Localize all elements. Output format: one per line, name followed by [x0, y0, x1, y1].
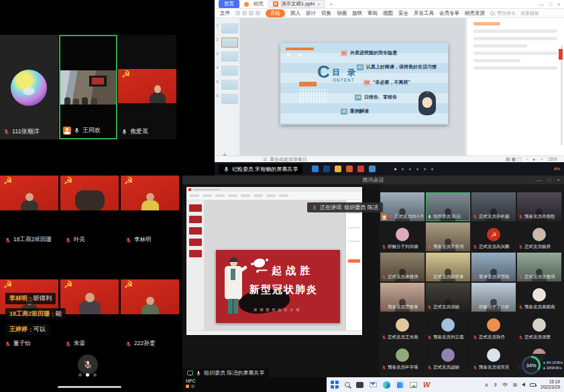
participant-tile[interactable]: 正式党员赵丽 — [426, 343, 470, 372]
search-placeholder: 查找命令、搜索模板 — [497, 10, 539, 17]
network-performance-gauge[interactable]: 34% 84.2KB/s 289KB/s — [520, 354, 563, 377]
menu-item[interactable]: 开始 — [266, 9, 285, 17]
edge-browser-icon[interactable] — [383, 381, 390, 389]
zoom-out-button[interactable]: − — [526, 157, 528, 161]
volume-icon[interactable] — [522, 383, 525, 387]
participant-tile[interactable]: 111张顺洋 — [0, 35, 58, 139]
participant-tile[interactable]: 组织委员 陈洁 — [426, 192, 470, 221]
participant-tile[interactable]: 正式党员张雅琪 — [517, 253, 561, 281]
menu-item[interactable]: 放映 — [352, 10, 362, 17]
zoom-slider[interactable]: ● — [532, 157, 535, 161]
slide-thumbnail[interactable]: 1 — [217, 23, 238, 34]
wps-app-icon[interactable]: W — [423, 381, 430, 389]
ime-language-indicator[interactable]: 中 — [502, 381, 508, 389]
participant-tile[interactable]: 宣传委员柴雪晴 — [471, 253, 516, 281]
upload-dot-icon — [543, 362, 545, 364]
share-banner-text: 组织委员 陈洁的屏幕共享 — [204, 369, 264, 377]
participant-name: 正式党员张蕾 — [524, 334, 551, 340]
notes-placeholder[interactable]: 单击此处添加备注 — [270, 156, 307, 163]
participant-tile[interactable]: ☭ 222孙雯 — [121, 279, 179, 348]
menu-item[interactable]: 视图 — [383, 10, 393, 17]
participant-tile[interactable]: ☭ 李林明 — [121, 176, 179, 244]
participant-tile[interactable]: 预备党员张笑笑 — [471, 343, 516, 372]
slide-thumbnail[interactable]: 6 — [217, 94, 238, 104]
tray-expand-icon[interactable]: ∧ — [485, 382, 489, 388]
menu-item[interactable]: 开发工具 — [414, 10, 434, 17]
avatar — [396, 348, 409, 362]
image-viewer-icon[interactable] — [410, 382, 417, 388]
slide-thumbnail[interactable]: 2 — [217, 38, 238, 48]
close-button[interactable]: × — [557, 2, 560, 7]
menu-item[interactable]: 切换 — [321, 10, 331, 17]
mail-icon[interactable] — [370, 382, 377, 387]
party-emblem-icon: ☭ — [124, 279, 133, 290]
participant-tile[interactable]: 预备党员贾曼青 — [380, 283, 425, 312]
participant-tile[interactable]: 正式党员张蕾 — [517, 313, 561, 342]
page-indicator-dots[interactable] — [78, 373, 97, 377]
participant-tile[interactable]: 预备党员申宇瑶 — [380, 343, 425, 372]
tab-docer[interactable]: 稻壳 — [253, 1, 264, 7]
menu-file[interactable]: 文件 — [220, 10, 230, 17]
maximize-button[interactable]: □ — [549, 2, 552, 7]
menu-item[interactable]: 会员专享 — [439, 10, 459, 17]
participant-tile[interactable]: 正式党员孙长赐 — [471, 192, 516, 221]
menu-item[interactable]: 安全 — [398, 10, 408, 17]
menu-item[interactable]: 插入 — [290, 10, 300, 17]
participant-tile[interactable]: 正式党员高兴鹏 — [471, 222, 516, 251]
tray-mic-icon[interactable]: 🎙 — [493, 383, 498, 387]
close-button[interactable]: × — [557, 177, 560, 183]
participant-tile[interactable]: 正式党员张丽 — [426, 283, 470, 312]
minimize-button[interactable]: — — [536, 177, 541, 183]
task-view-icon[interactable] — [356, 382, 363, 388]
view-icons[interactable]: ▤ ▦ ▢ — [506, 157, 522, 162]
scrollbar[interactable] — [561, 45, 563, 145]
participant-tile[interactable]: 预备党员刘云霞 — [426, 313, 470, 342]
zoom-in-button[interactable]: ＋ — [539, 156, 544, 163]
menu-item[interactable]: 稻壳资源 — [465, 10, 485, 17]
maximize-button[interactable]: □ — [547, 177, 551, 183]
taskbar-clock[interactable]: 15:19 2022/3/29 — [541, 379, 560, 390]
slide-thumbnail[interactable]: 4 — [217, 66, 238, 76]
menu-item[interactable]: 设计 — [306, 10, 316, 17]
participant-tile[interactable]: ☭ 焦爱英 — [118, 35, 176, 139]
participant-tile[interactable]: ☭ 朱蕾 — [60, 279, 119, 348]
close-tab-icon[interactable]: × — [317, 2, 320, 7]
slide-thumbnail[interactable]: 5 — [217, 80, 238, 90]
tab-home[interactable]: 首页 — [219, 0, 239, 8]
participant-tile[interactable]: 正式党员孙丹 — [471, 313, 516, 342]
participant-tile[interactable]: 正式党员康雅琪 — [380, 253, 425, 281]
chat-text: 能 — [56, 310, 62, 318]
participant-tile[interactable]: 正式党员杨晨 — [517, 222, 561, 251]
participant-tile[interactable]: 正式党员王水燕 — [380, 313, 425, 342]
mute-toggle-button[interactable] — [78, 354, 98, 375]
minimize-button[interactable]: — — [539, 2, 544, 7]
menu-item[interactable]: 审阅 — [368, 10, 378, 17]
gesture-bar[interactable] — [58, 386, 121, 388]
participant-tile[interactable]: 积极分子丁小婷 — [471, 283, 516, 312]
participant-tile[interactable]: 正式党员戴双青 — [426, 253, 470, 281]
slide-canvas: C 目 录 ONTENT 01 外卖进校园的安全隐患 02 认真上好网课，保持良… — [240, 18, 465, 155]
muted-mic-icon — [518, 305, 523, 310]
participant-tile[interactable]: 预备党员袁晓燕 — [517, 283, 561, 312]
taskbar-app-icons[interactable] — [312, 166, 376, 172]
photos-app-icon[interactable] — [396, 381, 404, 389]
new-tab-button[interactable]: + — [330, 1, 333, 7]
command-search[interactable]: 查找命令、搜索模板 — [490, 10, 539, 17]
tab-document[interactable]: P 演示文稿1.pptx × — [268, 0, 325, 8]
participant-tile[interactable]: 预备党员肖雨彤 — [517, 192, 561, 221]
start-button-icon[interactable] — [331, 381, 339, 389]
search-icon[interactable] — [345, 382, 350, 387]
quick-access-icons[interactable] — [235, 11, 260, 15]
participant-tile[interactable]: ☭ 18工商2班田珊 — [0, 176, 58, 244]
slide-thumbnail[interactable]: 3 — [217, 52, 238, 62]
participant-tile[interactable]: 预备党员李晏琪 — [426, 222, 470, 251]
menu-item[interactable]: 动画 — [337, 10, 347, 17]
battery-icon[interactable] — [530, 383, 536, 387]
participant-tile-active[interactable]: 王同欢 — [59, 35, 117, 139]
toc-text: 日报告、零报告 — [364, 94, 397, 101]
ime-keyboard-icon[interactable]: ⊞ — [512, 382, 517, 388]
accent-marker — [559, 49, 563, 60]
participant-tile[interactable]: ☭ 叶亮 — [60, 176, 119, 244]
participant-tile[interactable]: 正式党员刘小琴 — [380, 192, 425, 221]
participant-tile[interactable]: 积极分子刘欣瑜 — [380, 222, 425, 251]
